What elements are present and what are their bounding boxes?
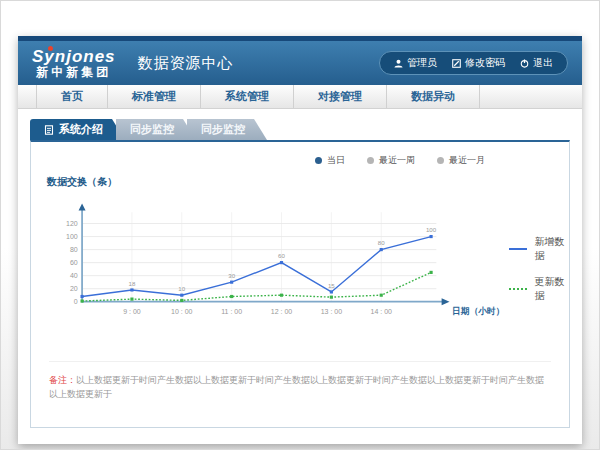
tab-label: 同步监控: [130, 122, 174, 137]
user-menu: 管理员 修改密码 退出: [379, 51, 568, 75]
svg-text:100: 100: [66, 233, 78, 240]
legend-update-data: 更新数据: [509, 275, 570, 303]
document-icon: [44, 125, 54, 135]
svg-text:80: 80: [70, 246, 78, 253]
tab-system-intro[interactable]: 系统介绍: [30, 119, 125, 140]
filter-label: 最近一月: [449, 154, 485, 167]
nav-item-interface-mgmt[interactable]: 对接管理: [294, 85, 387, 108]
power-icon: [520, 59, 529, 68]
logo-primary-text: Synjones: [32, 48, 116, 66]
note-prefix: 备注：: [49, 375, 76, 385]
chart-row: 9 : 0010 : 0011 : 0012 : 0013 : 0014 : 0…: [31, 189, 569, 339]
tab-label: 同步监控: [201, 122, 245, 137]
logout-label: 退出: [533, 56, 553, 70]
svg-text:11 : 00: 11 : 00: [221, 308, 242, 315]
legend-label: 更新数据: [534, 275, 569, 303]
change-password-label: 修改密码: [465, 56, 505, 70]
svg-text:10 : 00: 10 : 00: [171, 308, 193, 315]
svg-text:12 : 00: 12 : 00: [271, 308, 293, 315]
svg-text:14 : 00: 14 : 00: [371, 308, 393, 315]
svg-text:20: 20: [70, 285, 78, 292]
chart-panel: 当日 最近一周 最近一月 数据交换（条） 9 : 0010 : 0011 : 0…: [30, 140, 570, 428]
svg-text:13 : 00: 13 : 00: [321, 308, 343, 315]
y-axis-title: 数据交换（条）: [47, 175, 569, 189]
note-text: 以上数据更新于时间产生数据以上数据更新于时间产生数据以上数据更新于时间产生数据以…: [49, 375, 544, 399]
svg-text:日期（小时）: 日期（小时）: [452, 306, 505, 316]
chart-legend: 新增数据 更新数据: [509, 235, 570, 339]
logout-button[interactable]: 退出: [520, 56, 553, 70]
main-nav: 首页 标准管理 系统管理 对接管理 数据异动: [18, 85, 582, 109]
svg-text:10: 10: [178, 285, 185, 292]
content-area: 系统介绍 同步监控 同步监控 当日 最近一周: [18, 109, 582, 444]
radio-dot-icon: [367, 157, 374, 164]
filter-label: 当日: [327, 154, 345, 167]
logo-accent-dot: [48, 46, 53, 51]
nav-item-data-changes[interactable]: 数据异动: [387, 85, 480, 108]
svg-text:18: 18: [129, 280, 136, 287]
radio-dot-icon: [437, 157, 444, 164]
footer-note: 备注：以上数据更新于时间产生数据以上数据更新于时间产生数据以上数据更新于时间产生…: [49, 361, 551, 401]
legend-label: 新增数据: [534, 235, 569, 263]
person-icon: [394, 59, 403, 68]
pencil-edit-icon: [452, 59, 461, 68]
legend-new-data: 新增数据: [509, 235, 570, 263]
current-user-button[interactable]: 管理员: [394, 56, 437, 70]
svg-text:80: 80: [378, 239, 385, 246]
nav-item-home[interactable]: 首页: [36, 85, 108, 108]
svg-text:60: 60: [278, 252, 285, 259]
logo-secondary-text: 新中新集团: [32, 66, 116, 79]
page-title: 数据资源中心: [138, 54, 234, 73]
tab-bar: 系统介绍 同步监控 同步监控: [30, 119, 570, 140]
radio-dot-icon: [315, 157, 322, 164]
change-password-button[interactable]: 修改密码: [452, 56, 505, 70]
username-label: 管理员: [407, 56, 437, 70]
svg-text:15: 15: [328, 282, 335, 289]
svg-text:60: 60: [70, 259, 78, 266]
tab-sync-monitor-1[interactable]: 同步监控: [116, 119, 196, 140]
app-window: Synjones 新中新集团 数据资源中心 管理员 修改密码 退出 首页 标准管…: [18, 36, 582, 444]
svg-text:40: 40: [70, 272, 78, 279]
time-range-filters: 当日 最近一周 最近一月: [31, 150, 569, 169]
tab-sync-monitor-2[interactable]: 同步监控: [187, 119, 267, 140]
solid-line-sample-icon: [509, 248, 528, 250]
company-logo: Synjones 新中新集团: [32, 48, 116, 78]
svg-text:120: 120: [66, 220, 78, 227]
nav-item-standard-mgmt[interactable]: 标准管理: [108, 85, 201, 108]
filter-last-month[interactable]: 最近一月: [437, 154, 485, 167]
svg-text:100: 100: [426, 226, 437, 233]
svg-text:0: 0: [74, 298, 78, 305]
data-exchange-line-chart: 9 : 0010 : 0011 : 0012 : 0013 : 0014 : 0…: [47, 189, 507, 339]
app-header: Synjones 新中新集团 数据资源中心 管理员 修改密码 退出: [18, 41, 582, 85]
svg-text:9 : 00: 9 : 00: [123, 308, 141, 315]
svg-text:30: 30: [228, 272, 235, 279]
filter-today[interactable]: 当日: [315, 154, 345, 167]
dotted-line-sample-icon: [509, 288, 528, 290]
tab-label: 系统介绍: [59, 122, 103, 137]
filter-last-week[interactable]: 最近一周: [367, 154, 415, 167]
filter-label: 最近一周: [379, 154, 415, 167]
nav-item-system-mgmt[interactable]: 系统管理: [201, 85, 294, 108]
